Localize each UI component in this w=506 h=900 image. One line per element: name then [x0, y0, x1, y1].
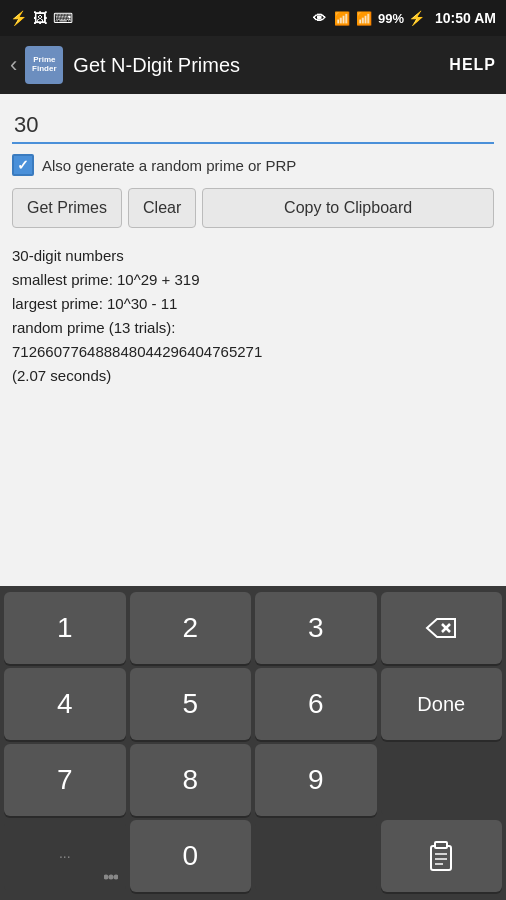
key-clipboard[interactable]: [381, 820, 503, 892]
result-line-6: (2.07 seconds): [12, 364, 494, 388]
key-8[interactable]: 8: [130, 744, 252, 816]
key-empty-right: [381, 744, 503, 816]
result-line-2: smallest prime: 10^29 + 319: [12, 268, 494, 292]
battery-percent: 99%: [378, 11, 404, 26]
eye-icon: 👁: [313, 11, 326, 26]
page-title: Get N-Digit Primes: [73, 54, 449, 77]
title-bar: ‹ Prime Finder Get N-Digit Primes HELP: [0, 36, 506, 94]
buttons-row: Get Primes Clear Copy to Clipboard: [12, 188, 494, 228]
digit-input-container: [12, 108, 494, 144]
clock: 10:50 AM: [435, 10, 496, 26]
clear-button[interactable]: Clear: [128, 188, 196, 228]
app-logo: Prime Finder: [25, 46, 63, 84]
svg-rect-6: [435, 842, 447, 848]
keyboard-icon: ⌨: [53, 10, 73, 26]
checkbox-row[interactable]: Also generate a random prime or PRP: [12, 154, 494, 176]
status-right: 👁 📶 📶 99% ⚡ 10:50 AM: [313, 10, 496, 26]
keyboard-row-4: ··· 0: [4, 820, 502, 892]
key-7[interactable]: 7: [4, 744, 126, 816]
key-settings[interactable]: ···: [4, 820, 126, 892]
key-4[interactable]: 4: [4, 668, 126, 740]
signal-icon: 📶: [356, 11, 372, 26]
keyboard-row-1: 1 2 3: [4, 592, 502, 664]
key-backspace[interactable]: [381, 592, 503, 664]
key-1[interactable]: 1: [4, 592, 126, 664]
wifi-icon: 📶: [334, 11, 350, 26]
key-6[interactable]: 6: [255, 668, 377, 740]
random-prime-checkbox[interactable]: [12, 154, 34, 176]
svg-rect-5: [431, 846, 451, 870]
svg-point-3: [104, 875, 109, 880]
key-5[interactable]: 5: [130, 668, 252, 740]
keyboard-row-2: 4 5 6 Done: [4, 668, 502, 740]
key-9[interactable]: 9: [255, 744, 377, 816]
result-line-4: random prime (13 trials):: [12, 316, 494, 340]
key-2[interactable]: 2: [130, 592, 252, 664]
keyboard: 1 2 3 4 5 6 Done 7 8 9 ···: [0, 586, 506, 900]
keyboard-row-3: 7 8 9: [4, 744, 502, 816]
key-empty-bottom: [255, 820, 377, 892]
svg-point-2: [108, 875, 113, 880]
result-line-5: 71266077648884804429640476527​1: [12, 340, 494, 364]
result-line-3: largest prime: 10^30 - 11: [12, 292, 494, 316]
get-primes-button[interactable]: Get Primes: [12, 188, 122, 228]
usb-icon: ⚡: [10, 10, 27, 26]
key-done[interactable]: Done: [381, 668, 503, 740]
result-line-1: 30-digit numbers: [12, 244, 494, 268]
main-content: Also generate a random prime or PRP Get …: [0, 94, 506, 586]
copy-to-clipboard-button[interactable]: Copy to Clipboard: [202, 188, 494, 228]
image-icon: 🖼: [33, 10, 47, 26]
results-area: 30-digit numbers smallest prime: 10^29 +…: [12, 244, 494, 388]
status-icons-left: ⚡ 🖼 ⌨: [10, 10, 73, 26]
checkbox-label: Also generate a random prime or PRP: [42, 157, 296, 174]
battery-icon: ⚡: [408, 10, 425, 26]
key-3[interactable]: 3: [255, 592, 377, 664]
help-button[interactable]: HELP: [449, 56, 496, 74]
back-icon[interactable]: ‹: [10, 52, 17, 78]
digit-input[interactable]: [12, 108, 494, 144]
key-0[interactable]: 0: [130, 820, 252, 892]
svg-point-4: [113, 875, 118, 880]
status-bar: ⚡ 🖼 ⌨ 👁 📶 📶 99% ⚡ 10:50 AM: [0, 0, 506, 36]
